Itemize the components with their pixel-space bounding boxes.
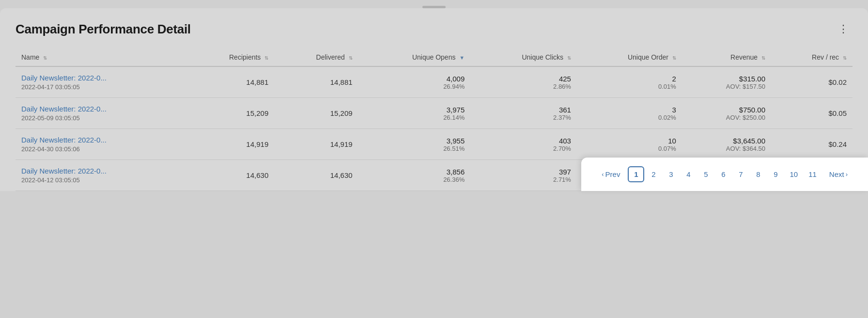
cell-delivered-1: 15,209 (274, 98, 358, 129)
cell-recipients-0: 14,881 (185, 66, 274, 98)
unique-opens-main-2: 3,955 (364, 137, 465, 145)
unique-opens-sub-2: 26.51% (364, 145, 465, 152)
cell-name-3: Daily Newsletter: 2022-0... 2022-04-12 0… (16, 160, 185, 191)
unique-clicks-main-0: 425 (476, 75, 571, 83)
revenue-main-0: $315.00 (688, 75, 765, 83)
cell-unique-order-1: 3 0.02% (577, 98, 682, 129)
campaign-link-0[interactable]: Daily Newsletter: 2022-0... (21, 74, 179, 82)
campaign-link-3[interactable]: Daily Newsletter: 2022-0... (21, 167, 179, 175)
sort-icon-rev-per-rec: ⇅ (843, 55, 847, 61)
cell-recipients-2: 14,919 (185, 129, 274, 160)
page-button-6[interactable]: 6 (715, 166, 731, 182)
unique-order-sub-2: 0.07% (583, 145, 676, 152)
campaign-link-2[interactable]: Daily Newsletter: 2022-0... (21, 136, 179, 144)
cell-unique-clicks-1: 361 2.37% (470, 98, 577, 129)
campaign-link-1[interactable]: Daily Newsletter: 2022-0... (21, 105, 179, 113)
cell-unique-clicks-3: 397 2.71% (470, 160, 577, 191)
cell-unique-opens-0: 4,009 26.94% (358, 66, 471, 98)
unique-order-main-1: 3 (583, 106, 676, 114)
cell-unique-clicks-0: 425 2.86% (470, 66, 577, 98)
campaign-date-1: 2022-05-09 03:05:05 (21, 114, 179, 122)
chevron-right-icon: › (846, 171, 848, 178)
campaign-date-3: 2022-04-12 03:05:05 (21, 176, 179, 184)
cell-delivered-0: 14,881 (274, 66, 358, 98)
sort-icon-delivered: ⇅ (349, 55, 353, 61)
panel: Campaign Performance Detail ⋮ Name ⇅ Rec… (0, 8, 868, 191)
cell-delivered-3: 14,630 (274, 160, 358, 191)
page-button-8[interactable]: 8 (750, 166, 766, 182)
sort-icon-unique-clicks: ⇅ (567, 55, 571, 61)
unique-opens-sub-0: 26.94% (364, 83, 465, 90)
col-header-recipients[interactable]: Recipients ⇅ (185, 48, 274, 66)
campaign-date-0: 2022-04-17 03:05:05 (21, 83, 179, 91)
cell-name-1: Daily Newsletter: 2022-0... 2022-05-09 0… (16, 98, 185, 129)
next-button[interactable]: Next › (824, 167, 852, 181)
cell-unique-clicks-2: 403 2.70% (470, 129, 577, 160)
page-button-10[interactable]: 10 (785, 166, 803, 182)
unique-opens-main-3: 3,856 (364, 168, 465, 176)
cell-unique-opens-3: 3,856 26.36% (358, 160, 471, 191)
unique-clicks-sub-3: 2.71% (476, 176, 571, 183)
unique-clicks-sub-0: 2.86% (476, 83, 571, 90)
cell-unique-opens-2: 3,955 26.51% (358, 129, 471, 160)
page-button-3[interactable]: 3 (663, 166, 679, 182)
cell-delivered-2: 14,919 (274, 129, 358, 160)
unique-clicks-main-3: 397 (476, 168, 571, 176)
col-header-rev-per-rec[interactable]: Rev / rec ⇅ (771, 48, 852, 66)
cell-revenue-1: $750.00 AOV: $250.00 (682, 98, 771, 129)
sort-icon-unique-order: ⇅ (672, 55, 676, 61)
revenue-sub-2: AOV: $364.50 (688, 145, 765, 152)
revenue-main-2: $3,645.00 (688, 137, 765, 145)
unique-order-sub-0: 0.01% (583, 83, 676, 90)
page-button-11[interactable]: 11 (804, 166, 822, 182)
page-button-9[interactable]: 9 (767, 166, 784, 182)
page-button-1[interactable]: 1 (628, 166, 644, 182)
pagination: ‹ Prev 1234567891011 Next › (581, 158, 868, 191)
table-row: Daily Newsletter: 2022-0... 2022-04-17 0… (16, 66, 852, 98)
unique-clicks-sub-1: 2.37% (476, 114, 571, 121)
unique-clicks-main-2: 403 (476, 137, 571, 145)
cell-unique-opens-1: 3,975 26.14% (358, 98, 471, 129)
unique-clicks-sub-2: 2.70% (476, 145, 571, 152)
col-header-unique-opens[interactable]: Unique Opens ▼ (358, 48, 471, 66)
page-button-4[interactable]: 4 (680, 166, 697, 182)
page-button-7[interactable]: 7 (732, 166, 749, 182)
panel-header: Campaign Performance Detail ⋮ (16, 22, 852, 37)
revenue-sub-0: AOV: $157.50 (688, 83, 765, 90)
sort-icon-revenue: ⇅ (761, 55, 765, 61)
unique-opens-sub-3: 26.36% (364, 176, 465, 183)
page-button-5[interactable]: 5 (698, 166, 714, 182)
chevron-left-icon: ‹ (602, 171, 604, 178)
unique-opens-main-1: 3,975 (364, 106, 465, 114)
sort-icon-unique-opens: ▼ (459, 55, 465, 61)
revenue-main-1: $750.00 (688, 106, 765, 114)
sort-icon-recipients: ⇅ (264, 55, 268, 61)
revenue-sub-1: AOV: $250.00 (688, 114, 765, 121)
unique-order-sub-1: 0.02% (583, 114, 676, 121)
cell-revenue-0: $315.00 AOV: $157.50 (682, 66, 771, 98)
cell-rev-per-rec-0: $0.02 (771, 66, 852, 98)
sort-icon-name: ⇅ (43, 55, 47, 61)
cell-recipients-3: 14,630 (185, 160, 274, 191)
col-header-revenue[interactable]: Revenue ⇅ (682, 48, 771, 66)
unique-order-main-2: 10 (583, 137, 676, 145)
unique-order-main-0: 2 (583, 75, 676, 83)
campaign-date-2: 2022-04-30 03:05:06 (21, 145, 179, 153)
cell-rev-per-rec-1: $0.05 (771, 98, 852, 129)
cell-recipients-1: 15,209 (185, 98, 274, 129)
table-row: Daily Newsletter: 2022-0... 2022-04-30 0… (16, 129, 852, 160)
table-row: Daily Newsletter: 2022-0... 2022-05-09 0… (16, 98, 852, 129)
page-button-2[interactable]: 2 (645, 166, 662, 182)
cell-name-2: Daily Newsletter: 2022-0... 2022-04-30 0… (16, 129, 185, 160)
cell-unique-order-2: 10 0.07% (577, 129, 682, 160)
cell-unique-order-0: 2 0.01% (577, 66, 682, 98)
col-header-unique-order[interactable]: Unique Order ⇅ (577, 48, 682, 66)
page-numbers: 1234567891011 (628, 166, 821, 182)
col-header-name[interactable]: Name ⇅ (16, 48, 185, 66)
more-options-button[interactable]: ⋮ (834, 22, 852, 36)
page-title: Campaign Performance Detail (16, 22, 191, 37)
col-header-unique-clicks[interactable]: Unique Clicks ⇅ (470, 48, 577, 66)
col-header-delivered[interactable]: Delivered ⇅ (274, 48, 358, 66)
cell-rev-per-rec-2: $0.24 (771, 129, 852, 160)
prev-button[interactable]: ‹ Prev (597, 167, 625, 181)
